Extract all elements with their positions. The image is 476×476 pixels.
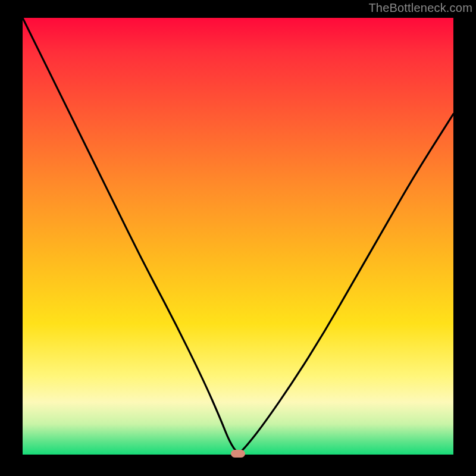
bottleneck-curve (23, 18, 453, 455)
watermark-text: TheBottleneck.com (368, 1, 472, 15)
chart-frame: TheBottleneck.com (0, 0, 476, 476)
optimal-point-marker (231, 450, 245, 458)
plot-area (23, 18, 453, 455)
